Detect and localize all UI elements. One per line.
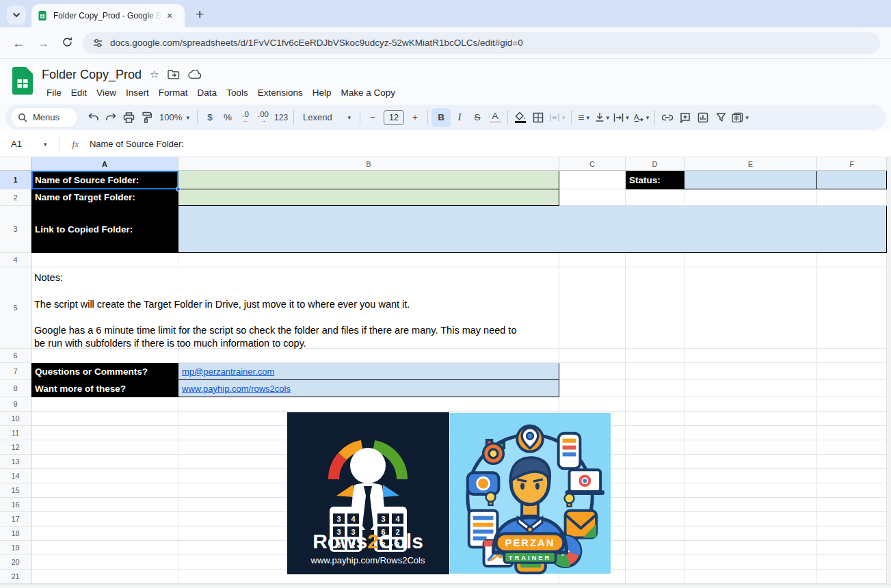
cell-A9[interactable] (31, 397, 178, 412)
tab-close-button[interactable]: × (167, 11, 172, 21)
star-icon[interactable]: ☆ (150, 68, 159, 81)
cell-E11[interactable] (684, 426, 817, 440)
row-header-21[interactable]: 21 (0, 570, 31, 584)
browser-tab[interactable]: Folder Copy_Prod - Google She × (31, 4, 185, 27)
row-header-19[interactable]: 19 (0, 541, 31, 555)
row-header-18[interactable]: 18 (0, 526, 31, 541)
cell-E1[interactable] (684, 171, 817, 189)
cell-F4[interactable] (817, 253, 887, 267)
text-color-button[interactable]: A (486, 108, 504, 127)
row-header-8[interactable]: 8 (0, 380, 31, 397)
cell-D16[interactable] (626, 498, 684, 512)
increase-font-size-button[interactable]: + (406, 108, 424, 127)
row-header-5[interactable]: 5 (0, 267, 31, 349)
cell-A6[interactable] (31, 349, 178, 363)
cell-E4[interactable] (684, 253, 817, 267)
payhip-link[interactable]: www.payhip.com/rows2cols (178, 380, 559, 397)
cell-E13[interactable] (684, 455, 817, 469)
text-rotation-button[interactable]: A ▾ (631, 108, 652, 127)
rows2cols-logo-image[interactable]: 3 4 3 3 3 2 3 4 6 2 3 3 Rows2Cols www.pa… (287, 412, 450, 574)
cell-E14[interactable] (684, 469, 817, 483)
cell-D19[interactable] (626, 541, 684, 555)
merge-cells-button[interactable]: ▾ (547, 108, 568, 127)
select-all-corner[interactable] (0, 157, 31, 171)
new-tab-button[interactable]: + (196, 7, 204, 21)
row-header-3[interactable]: 3 (0, 206, 31, 253)
cell-B1[interactable] (178, 171, 559, 189)
cell-E20[interactable] (684, 555, 817, 570)
cell-A17[interactable] (31, 512, 178, 526)
menu-edit[interactable]: Edit (66, 85, 92, 100)
cell-D8[interactable] (626, 380, 684, 397)
cell-E9[interactable] (684, 397, 817, 412)
cell-B6[interactable] (178, 349, 559, 363)
fill-handle[interactable] (176, 187, 181, 191)
insert-link-button[interactable] (659, 108, 676, 127)
address-bar[interactable]: docs.google.com/spreadsheets/d/1FvVC1fv6… (83, 32, 880, 54)
column-header-A[interactable]: A (31, 157, 178, 171)
horizontal-align-button[interactable]: ≡ ▾ (575, 108, 593, 127)
cell-A1[interactable]: Name of Source Folder: (31, 171, 178, 189)
redo-button[interactable] (102, 108, 120, 127)
cell-F19[interactable] (817, 541, 887, 555)
cell-A18[interactable] (31, 526, 178, 541)
cell-A21[interactable] (31, 570, 178, 584)
menu-extensions[interactable]: Extensions (253, 85, 308, 100)
cell-F21[interactable] (817, 570, 887, 584)
number-format-button[interactable]: 123 (272, 108, 290, 127)
google-sheets-logo[interactable] (12, 67, 33, 95)
cell-E17[interactable] (684, 512, 817, 526)
back-button[interactable]: ← (12, 37, 25, 49)
cell-E2[interactable] (684, 189, 817, 206)
cell-D12[interactable] (626, 440, 684, 455)
cell-D4[interactable] (626, 253, 684, 267)
decrease-decimal-button[interactable]: .0← (237, 108, 254, 127)
text-wrap-button[interactable]: ▾ (611, 108, 631, 127)
forward-button[interactable]: → (37, 37, 49, 49)
cell-D7[interactable] (626, 363, 684, 380)
currency-format-button[interactable]: $ (201, 108, 219, 127)
borders-button[interactable] (529, 108, 547, 127)
cell-A4[interactable] (31, 253, 178, 267)
row-header-20[interactable]: 20 (0, 555, 31, 570)
insert-comment-button[interactable] (676, 108, 694, 127)
cell-D15[interactable] (626, 483, 684, 498)
cell-D17[interactable] (626, 512, 684, 526)
percent-format-button[interactable]: % (219, 108, 237, 127)
row-header-17[interactable]: 17 (0, 512, 31, 526)
row-header-4[interactable]: 4 (0, 253, 31, 267)
cell-A16[interactable] (31, 498, 178, 512)
perzan-trainer-image[interactable]: PERZAN TRAINER (450, 412, 611, 574)
cell-B9[interactable] (178, 397, 559, 412)
cell-F9[interactable] (817, 397, 887, 412)
row-header-16[interactable]: 16 (0, 498, 31, 512)
font-select[interactable]: Lexend ▾ (297, 108, 356, 127)
column-header-D[interactable]: D (626, 157, 684, 171)
row-header-11[interactable]: 11 (0, 426, 31, 440)
cell-A10[interactable] (31, 412, 178, 426)
font-size-input[interactable]: 12 (384, 110, 404, 125)
tab-search-button[interactable] (7, 5, 26, 25)
cell-A20[interactable] (31, 555, 178, 570)
cell-E7[interactable] (684, 363, 817, 380)
cell-D5[interactable] (626, 267, 684, 349)
row-header-9[interactable]: 9 (0, 397, 31, 412)
cell-F17[interactable] (817, 512, 887, 526)
menu-make-a-copy[interactable]: Make a Copy (336, 85, 400, 100)
cell-C8[interactable] (559, 380, 626, 397)
cell-D1[interactable]: Status: (626, 171, 684, 189)
column-header-E[interactable]: E (684, 157, 817, 171)
name-box-caret-icon[interactable]: ▾ (44, 141, 47, 148)
cell-C2[interactable] (559, 189, 626, 206)
cell-D2[interactable] (626, 189, 684, 206)
cell-B2[interactable] (178, 189, 559, 206)
insert-chart-button[interactable] (694, 108, 712, 127)
strikethrough-button[interactable]: S (468, 108, 486, 127)
vertical-align-button[interactable]: ▾ (593, 108, 612, 127)
menus-search-button[interactable]: Menus (11, 108, 77, 127)
menu-help[interactable]: Help (308, 85, 336, 100)
decrease-font-size-button[interactable]: − (364, 108, 382, 127)
name-box[interactable]: A1 (0, 139, 44, 149)
cell-D10[interactable] (626, 412, 684, 426)
row-header-1[interactable]: 1 (0, 171, 31, 189)
